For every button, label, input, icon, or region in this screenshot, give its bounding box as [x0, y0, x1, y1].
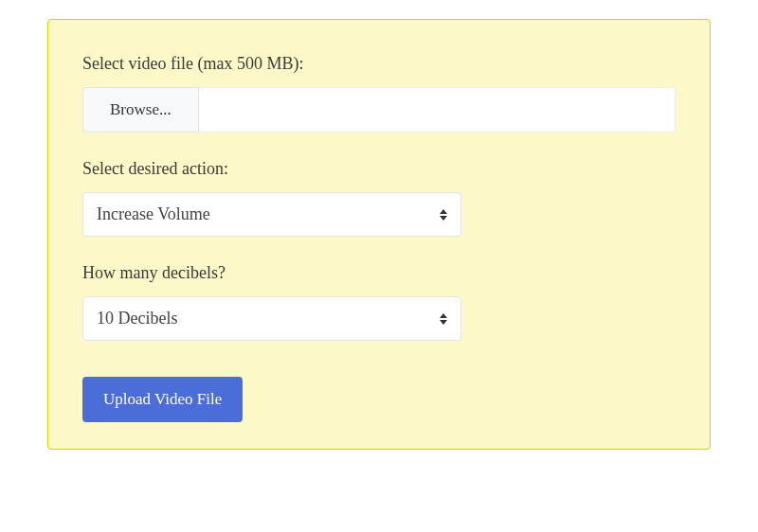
upload-button[interactable]: Upload Video File: [82, 377, 243, 422]
action-select-wrapper: Increase Volume: [82, 192, 461, 237]
action-select-label: Select desired action:: [82, 159, 676, 179]
file-name-field[interactable]: [199, 87, 676, 133]
decibels-select-label: How many decibels?: [82, 263, 676, 283]
decibels-select-wrapper: 10 Decibels: [82, 296, 461, 341]
action-select[interactable]: Increase Volume: [82, 192, 461, 237]
video-upload-form: Select video file (max 500 MB): Browse..…: [47, 19, 711, 450]
decibels-select[interactable]: 10 Decibels: [82, 296, 461, 341]
file-input-group: Browse...: [82, 87, 676, 133]
file-input-label: Select video file (max 500 MB):: [82, 54, 676, 74]
browse-button[interactable]: Browse...: [82, 87, 199, 133]
